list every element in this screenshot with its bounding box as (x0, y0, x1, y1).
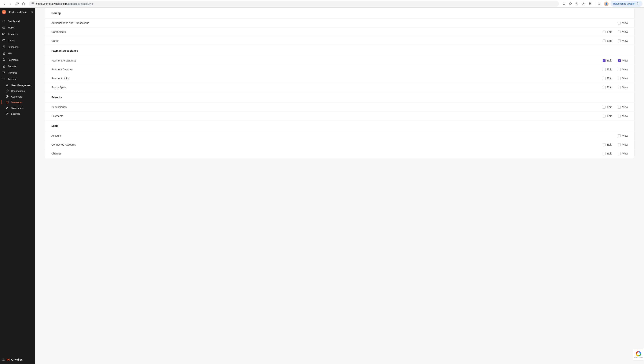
sub-item-settings[interactable]: Settings (0, 111, 35, 117)
edit-label: Edit (607, 152, 612, 155)
view-checkbox[interactable]: View (618, 106, 628, 109)
edit-checkbox[interactable]: Edit (603, 59, 612, 62)
view-label: View (622, 77, 628, 80)
checkbox-icon (618, 106, 621, 109)
view-checkbox[interactable]: View (618, 22, 628, 25)
edit-checkbox[interactable]: Edit (603, 77, 612, 80)
view-label: View (622, 59, 628, 62)
sub-item-statements[interactable]: Statements (0, 105, 35, 111)
svg-point-4 (583, 4, 584, 4)
sub-item-user-management[interactable]: User Management (0, 82, 35, 88)
checkbox-icon (618, 143, 621, 146)
reload-button[interactable] (14, 1, 20, 7)
recaptcha-badge[interactable]: Privacy · Terms (633, 349, 644, 360)
extension-icon-2[interactable] (581, 2, 586, 6)
checkbox-icon (603, 40, 606, 42)
nav-item-bills[interactable]: Bills (0, 50, 35, 57)
dashboard-icon (2, 20, 5, 23)
org-selector[interactable]: ◎ Stracke and Sons ⇅ (0, 8, 35, 16)
view-checkbox[interactable]: View (618, 30, 628, 34)
checkbox-icon (618, 134, 621, 137)
checkbox-icon (618, 115, 621, 118)
view-label: View (622, 114, 628, 118)
permission-label: Cards (52, 39, 603, 42)
edit-checkbox[interactable]: Edit (603, 114, 612, 118)
nav-item-rewards[interactable]: Rewards (0, 70, 35, 76)
nav-label: Cards (8, 39, 14, 42)
permission-label: Connected Accounts (52, 143, 603, 146)
sub-label: Approvals (11, 95, 22, 98)
permission-row: Payment DisputesEditView (45, 65, 634, 74)
permission-label: Account (52, 134, 618, 137)
view-checkbox[interactable]: View (618, 114, 628, 118)
permission-row: AccountView (45, 131, 634, 140)
sidebar-footer: ☰ ⋈ Airwallex (0, 355, 35, 364)
nav-item-cards[interactable]: Cards (0, 37, 35, 44)
permission-label: Charges (52, 152, 603, 155)
checkbox-icon (603, 77, 606, 80)
view-label: View (622, 22, 628, 25)
edit-label: Edit (607, 86, 612, 89)
permission-row: PaymentsEditView (45, 112, 634, 121)
edit-checkbox[interactable]: Edit (603, 30, 612, 34)
nav-item-expenses[interactable]: Expenses (0, 44, 35, 50)
view-label: View (622, 30, 628, 34)
edit-label: Edit (607, 77, 612, 80)
install-app-icon[interactable] (562, 2, 566, 6)
nav-item-transfers[interactable]: Transfers (0, 31, 35, 37)
checkbox-icon (603, 68, 606, 71)
permission-row: Payment LinksEditView (45, 74, 634, 83)
nav-item-reports[interactable]: Reports (0, 63, 35, 70)
back-button[interactable] (2, 1, 7, 7)
checkbox-icon (603, 152, 606, 155)
collapse-sidebar-icon[interactable]: ☰ (2, 358, 5, 361)
nav-label: Transfers (8, 33, 18, 36)
view-checkbox[interactable]: View (618, 68, 628, 71)
section-header: Scale (45, 121, 634, 131)
edit-label: Edit (607, 30, 612, 34)
sub-label: Developer (11, 101, 22, 104)
sidebar: ◎ Stracke and Sons ⇅ DashboardWalletTran… (0, 8, 35, 364)
checkbox-icon (603, 106, 606, 109)
view-checkbox[interactable]: View (618, 152, 628, 155)
checkbox-icon (618, 31, 621, 34)
sub-item-approvals[interactable]: Approvals (0, 94, 35, 100)
sub-label: Settings (11, 112, 20, 115)
nav-item-payments[interactable]: Payments (0, 57, 35, 63)
forward-button[interactable] (8, 1, 13, 7)
nav-item-wallet[interactable]: Wallet (0, 24, 35, 31)
view-checkbox[interactable]: View (618, 134, 628, 137)
menu-icon[interactable]: ⋮ (635, 2, 640, 6)
edit-checkbox[interactable]: Edit (603, 106, 612, 109)
bookmark-icon[interactable] (568, 2, 573, 6)
site-settings-icon[interactable] (31, 2, 34, 6)
nav-label: Payments (8, 59, 18, 61)
sub-item-connections[interactable]: Connections (0, 88, 35, 94)
profile-avatar[interactable]: 👤 (604, 2, 608, 6)
checkbox-icon (618, 77, 621, 80)
svg-point-8 (4, 34, 4, 35)
address-bar[interactable]: https://demo.airwallex.com/app/account/a… (29, 1, 559, 7)
nav-item-dashboard[interactable]: Dashboard (0, 18, 35, 24)
view-checkbox[interactable]: View (618, 39, 628, 42)
view-checkbox[interactable]: View (618, 77, 628, 80)
edit-checkbox[interactable]: Edit (603, 86, 612, 89)
view-checkbox[interactable]: View (618, 59, 628, 62)
edit-label: Edit (607, 143, 612, 146)
edit-checkbox[interactable]: Edit (603, 68, 612, 71)
reports-icon (2, 65, 5, 68)
logo-text: Airwallex (11, 358, 22, 361)
view-label: View (622, 143, 628, 146)
extension-icon-1[interactable] (574, 2, 579, 6)
home-button[interactable] (21, 1, 26, 7)
cast-icon[interactable] (598, 2, 602, 6)
extensions-puzzle-icon[interactable] (588, 2, 592, 6)
view-checkbox[interactable]: View (618, 143, 628, 146)
edit-checkbox[interactable]: Edit (603, 39, 612, 42)
sub-item-developer[interactable]: Developer (0, 100, 35, 105)
view-checkbox[interactable]: View (618, 86, 628, 89)
relaunch-button[interactable]: Relaunch to update⋮ (610, 1, 642, 7)
nav-item-account[interactable]: Account (0, 76, 35, 82)
edit-checkbox[interactable]: Edit (603, 143, 612, 146)
edit-checkbox[interactable]: Edit (603, 152, 612, 155)
